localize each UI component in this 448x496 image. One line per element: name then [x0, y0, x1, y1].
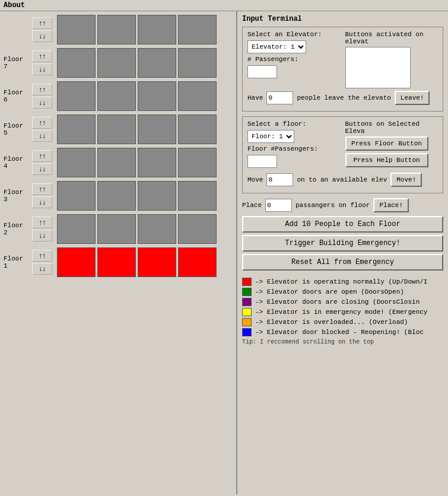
legend-section: -> Elevator is operating normally (Up/Do…	[242, 278, 443, 345]
up-btn-7[interactable]: ↑↑	[32, 50, 52, 62]
buttons-activated-label: Buttons activated on elevat	[345, 31, 439, 45]
cell	[97, 81, 136, 111]
down-btn-2[interactable]: ↓↓	[32, 230, 52, 241]
place-row: Place passangers on floor Place!	[242, 198, 443, 212]
right-panel: Input Terminal Select an Elevator: Eleva…	[237, 11, 448, 494]
floor-passengers-input[interactable]	[247, 155, 277, 168]
passengers-input[interactable]	[247, 65, 277, 78]
cell	[57, 115, 96, 144]
place-button[interactable]: Place!	[373, 198, 409, 212]
legend-text-3: -> Elevator is in emergency mode! (Emerg…	[255, 309, 427, 316]
legend-text-2: -> Elevator doors are closing (DoorsClos…	[255, 298, 420, 306]
elevator-select[interactable]: Elevator: 1 Elevator: 2 Elevator: 3 Elev…	[247, 40, 306, 53]
floor-right-col: Buttons on Selected Eleva Press Floor Bu…	[345, 120, 439, 170]
floor-row-5: Floor 5 ↑↑ ↓↓	[2, 113, 234, 145]
press-help-button[interactable]: Press Help Button	[345, 153, 428, 167]
cell	[138, 214, 176, 244]
up-btn-3[interactable]: ↑↑	[32, 183, 52, 195]
floor-row-3: Floor 3 ↑↑ ↓↓	[2, 180, 234, 212]
up-btn-top[interactable]: ↑↑	[32, 17, 52, 29]
floor-passengers-label: Floor #Passengers:	[247, 145, 318, 152]
tip-text: Tip: I reccomend scrolling on the top	[242, 339, 443, 345]
cells-5	[56, 113, 218, 145]
floor-btn-group-4: ↑↑ ↓↓	[32, 147, 56, 179]
passengers-label-row: # Passengers:	[247, 56, 341, 63]
move-label: Move	[247, 176, 263, 183]
floor-select-row: Floor: 1 Floor: 2 Floor: 3 Floor: 4 Floo…	[247, 130, 341, 143]
elevator-top-row: Select an Elevator: Elevator: 1 Elevator…	[247, 31, 438, 88]
cell	[178, 181, 217, 211]
legend-text-0: -> Elevator is operating normally (Up/Do…	[255, 278, 427, 285]
left-panel: ↑↑ ↓↓ Floor 7 ↑↑ ↓↓	[0, 11, 237, 494]
buttons-selected-label: Buttons on Selected Eleva	[345, 120, 439, 135]
title-bar: About	[0, 0, 448, 11]
legend-row-1: -> Elevator doors are open (DoorsOpen)	[242, 288, 443, 296]
cell-red	[97, 247, 136, 277]
legend-text-5: -> Elevator door blocked - Reopening! (B…	[255, 329, 424, 336]
up-btn-4[interactable]: ↑↑	[32, 150, 52, 162]
floor-row-1: Floor 1 ↑↑ ↓↓	[2, 246, 234, 278]
floor-label-4: Floor 4	[2, 147, 32, 179]
people-leave-label: people leave the elevato	[297, 94, 390, 101]
floor-label-2: Floor 2	[2, 213, 32, 245]
up-btn-6[interactable]: ↑↑	[32, 84, 52, 96]
legend-swatch-yellow	[242, 308, 252, 316]
move-count-input[interactable]	[266, 173, 293, 186]
leave-row: Have people leave the elevato Leave!	[247, 91, 438, 105]
down-btn-5[interactable]: ↓↓	[32, 130, 52, 142]
cells-top	[56, 14, 218, 46]
floor-label-7: Floor 7	[2, 47, 32, 79]
down-btn-3[interactable]: ↓↓	[32, 196, 52, 208]
down-btn-6[interactable]: ↓↓	[32, 97, 52, 109]
legend-swatch-orange	[242, 318, 252, 326]
move-row: Move on to an available elev Move!	[247, 173, 438, 187]
floor-row-7: Floor 7 ↑↑ ↓↓	[2, 47, 234, 79]
legend-swatch-blue	[242, 328, 252, 336]
cell	[178, 81, 217, 111]
up-btn-2[interactable]: ↑↑	[32, 217, 52, 228]
title-label: About	[4, 1, 25, 9]
elevator-select-row: Elevator: 1 Elevator: 2 Elevator: 3 Elev…	[247, 40, 341, 53]
place-count-input[interactable]	[265, 199, 292, 212]
select-floor-label: Select a floor:	[247, 120, 306, 128]
cell	[178, 214, 217, 244]
legend-row-4: -> Elevator is overloaded... (Overload)	[242, 318, 443, 326]
floor-top-row: Select a floor: Floor: 1 Floor: 2 Floor:…	[247, 120, 438, 170]
on-floor-label: passangers on floor	[296, 202, 370, 209]
down-btn-7[interactable]: ↓↓	[32, 63, 52, 75]
cells-6	[56, 80, 218, 112]
floor-label-5: Floor 5	[2, 113, 32, 145]
move-button[interactable]: Move!	[390, 173, 422, 187]
up-btn-5[interactable]: ↑↑	[32, 117, 52, 129]
floor-select[interactable]: Floor: 1 Floor: 2 Floor: 3 Floor: 4 Floo…	[247, 130, 294, 143]
press-floor-button[interactable]: Press Floor Button	[345, 136, 428, 151]
cell	[97, 115, 136, 144]
down-btn-1[interactable]: ↓↓	[32, 263, 52, 275]
up-btn-1[interactable]: ↑↑	[32, 250, 52, 262]
elevator-left-col: Select an Elevator: Elevator: 1 Elevator…	[247, 31, 341, 88]
down-btn-top[interactable]: ↓↓	[32, 30, 52, 42]
cell	[97, 214, 136, 244]
cells-2	[56, 213, 218, 245]
place-label: Place	[242, 202, 262, 209]
emergency-button[interactable]: Trigger Building Emergency!	[242, 235, 443, 252]
floor-btn-group-7: ↑↑ ↓↓	[32, 47, 56, 79]
legend-row-5: -> Elevator door blocked - Reopening! (B…	[242, 328, 443, 336]
add10-button[interactable]: Add 10 People to Each Floor	[242, 216, 443, 233]
cell	[138, 15, 176, 44]
down-btn-4[interactable]: ↓↓	[32, 163, 52, 175]
leave-count-input[interactable]	[266, 91, 293, 104]
select-elevator-label: Select an Elevator:	[247, 31, 322, 38]
cell	[138, 181, 176, 211]
cells-7	[56, 47, 218, 79]
floor-btn-group-5: ↑↑ ↓↓	[32, 113, 56, 145]
cell	[138, 148, 176, 177]
select-floor-row: Select a floor:	[247, 120, 341, 128]
cell	[138, 115, 176, 144]
floor-row-2: Floor 2 ↑↑ ↓↓	[2, 213, 234, 245]
cell	[138, 48, 176, 78]
reset-button[interactable]: Reset All from Emergency	[242, 254, 443, 271]
floor-btn-group-6: ↑↑ ↓↓	[32, 80, 56, 112]
leave-button[interactable]: Leave!	[395, 91, 430, 105]
floor-btn-group-3: ↑↑ ↓↓	[32, 180, 56, 212]
